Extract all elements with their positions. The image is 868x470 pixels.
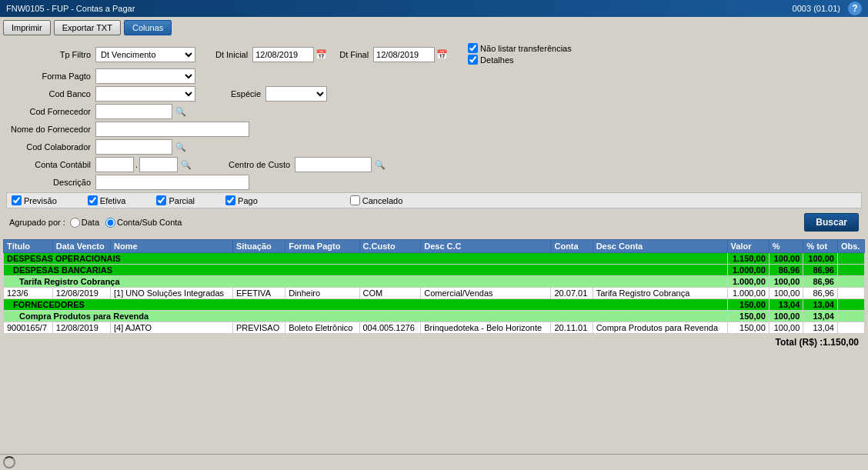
filter-row-2: Forma Pagto xyxy=(6,68,862,84)
fornecedores-pct: 13,04 xyxy=(769,299,803,311)
efetiva-check-item: Efetiva xyxy=(88,195,126,205)
col-titulo: Título xyxy=(4,240,53,253)
radio-group: Data Conta/Sub Conta xyxy=(70,218,182,228)
pago-checkbox[interactable] xyxy=(225,195,235,205)
parcial-checkbox[interactable] xyxy=(156,195,166,205)
cell-ccusto-2: 004.005.1276 xyxy=(359,322,421,334)
efetiva-checkbox[interactable] xyxy=(88,195,98,205)
radio-data[interactable] xyxy=(70,218,80,228)
cod-colaborador-input[interactable] xyxy=(95,139,172,155)
conta-contabil-search-btn[interactable]: 🔍 xyxy=(179,160,193,170)
table-container: Título Data Vencto Nome Situação Forma P… xyxy=(3,239,865,334)
conta-contabil-input1[interactable] xyxy=(95,157,134,172)
cell-valor: 1.000,00 xyxy=(727,288,769,299)
previsao-checkbox[interactable] xyxy=(12,195,22,205)
table-row: 9000165/7 12/08/2019 [4] AJATO PREVISAO … xyxy=(4,322,865,334)
cell-titulo-2: 9000165/7 xyxy=(4,322,53,334)
radio-conta[interactable] xyxy=(105,218,115,228)
colunas-button[interactable]: Colunas xyxy=(124,20,172,35)
cod-colaborador-search-btn[interactable]: 🔍 xyxy=(174,142,188,152)
cell-data-vencto: 12/08/2019 xyxy=(52,288,110,299)
cell-conta-2: 20.11.01 xyxy=(551,322,593,334)
group-pct: 100,00 xyxy=(769,253,803,265)
col-conta: Conta xyxy=(551,240,593,253)
fornecedores-valor: 150,00 xyxy=(727,299,769,311)
main-content: Imprimir Exportar TXT Colunas Tp Filtro … xyxy=(0,17,868,354)
cancelado-checkbox[interactable] xyxy=(350,195,360,205)
descricao-label: Descrição xyxy=(6,178,91,187)
dt-final-input[interactable] xyxy=(373,47,435,62)
dt-inicial-input[interactable] xyxy=(252,47,314,62)
dt-inicial-calendar-btn[interactable]: 📅 xyxy=(315,49,327,60)
tp-filtro-select-group: Dt Vencimento xyxy=(95,47,195,62)
compra-valor: 150,00 xyxy=(727,311,769,322)
version-label: 0003 (01.01) xyxy=(793,4,840,13)
forma-pagto-select[interactable] xyxy=(95,68,195,84)
cancelado-check-item: Cancelado xyxy=(350,195,403,205)
group-label: DESPESAS OPERACIONAIS xyxy=(4,253,728,265)
help-icon[interactable]: ? xyxy=(848,2,862,15)
table-row: DESPESAS OPERACIONAIS 1.150,00 100,00 10… xyxy=(4,253,865,265)
buscar-button[interactable]: Buscar xyxy=(804,213,859,232)
cod-fornecedor-search-btn[interactable]: 🔍 xyxy=(174,107,188,117)
centro-custo-group: 🔍 xyxy=(295,157,387,172)
dt-final-group: 📅 xyxy=(373,47,448,62)
filter-row-5: Nome do Fornecedor xyxy=(6,122,862,137)
subgroup-obs xyxy=(837,265,864,276)
cell-forma-pagto-2: Boleto Eletrônico xyxy=(285,322,359,334)
cell-valor-2: 150,00 xyxy=(727,322,769,334)
conta-contabil-input2[interactable] xyxy=(139,157,178,172)
detalhes-checkbox[interactable] xyxy=(468,55,478,65)
filter-row-4: Cod Fornecedor 🔍 xyxy=(6,104,862,119)
col-valor: Valor xyxy=(727,240,769,253)
especie-select[interactable] xyxy=(265,86,327,102)
filter-row-6: Cod Colaborador 🔍 xyxy=(6,139,862,155)
tp-filtro-label: Tp Filtro xyxy=(6,50,91,59)
fornecedores-obs xyxy=(837,299,864,311)
toolbar: Imprimir Exportar TXT Colunas xyxy=(3,20,865,35)
pago-label: Pago xyxy=(238,196,258,205)
col-ccusto: C.Custo xyxy=(359,240,421,253)
title-bar: FNW0105 - FUP - Contas a Pagar 0003 (01.… xyxy=(0,0,868,17)
table-row: DESPESAS BANCARIAS 1.000,00 86,96 86,96 xyxy=(4,265,865,276)
col-pct: % xyxy=(769,240,803,253)
cell-conta: 20.07.01 xyxy=(551,288,593,299)
filter-section: Tp Filtro Dt Vencimento Dt Inicial 📅 Dt … xyxy=(3,40,865,239)
nao-listar-row: Não listar transferências xyxy=(468,43,572,53)
radio-conta-option: Conta/Sub Conta xyxy=(105,218,182,228)
dot-separator: . xyxy=(135,160,138,169)
subgroup-pct: 86,96 xyxy=(769,265,803,276)
subsubgroup-valor: 1.000,00 xyxy=(727,276,769,288)
cell-desc-conta-2: Compra Produtos para Revenda xyxy=(593,322,727,334)
parcial-check-item: Parcial xyxy=(156,195,195,205)
centro-custo-search-btn[interactable]: 🔍 xyxy=(373,160,387,170)
table-row: Tarifa Registro Cobrança 1.000,00 100,00… xyxy=(4,276,865,288)
cell-desc-cc-2: Brinquedoteka - Belo Horizonte xyxy=(421,322,551,334)
cell-obs-2 xyxy=(837,322,864,334)
nao-listar-checkbox[interactable] xyxy=(468,43,478,53)
cod-banco-select[interactable] xyxy=(95,86,195,102)
cell-desc-cc: Comercial/Vendas xyxy=(421,288,551,299)
dt-final-calendar-btn[interactable]: 📅 xyxy=(436,49,448,60)
group-pct-tot: 100,00 xyxy=(803,253,838,265)
col-desc-cc: Desc C.C xyxy=(421,240,551,253)
cod-fornecedor-input[interactable] xyxy=(95,104,172,119)
centro-custo-input[interactable] xyxy=(295,157,372,172)
col-data-vencto: Data Vencto xyxy=(52,240,110,253)
nome-fornecedor-input[interactable] xyxy=(95,122,249,137)
radio-data-label: Data xyxy=(82,218,99,227)
cell-situacao: EFETIVA xyxy=(232,288,285,299)
table-row: Compra Produtos para Revenda 150,00 100,… xyxy=(4,311,865,322)
exportar-txt-button[interactable]: Exportar TXT xyxy=(54,20,121,35)
imprimir-button[interactable]: Imprimir xyxy=(3,20,51,35)
subsubgroup-pct: 100,00 xyxy=(769,276,803,288)
group-valor: 1.150,00 xyxy=(727,253,769,265)
compra-label: Compra Produtos para Revenda xyxy=(4,311,728,322)
right-checkboxes: Não listar transferências Detalhes xyxy=(468,43,572,66)
efetiva-label: Efetiva xyxy=(100,196,126,205)
agrupado-por-label: Agrupado por : xyxy=(9,218,65,227)
compra-obs xyxy=(837,311,864,322)
group-obs xyxy=(837,253,864,265)
tp-filtro-select[interactable]: Dt Vencimento xyxy=(95,47,195,62)
descricao-input[interactable] xyxy=(95,175,249,190)
